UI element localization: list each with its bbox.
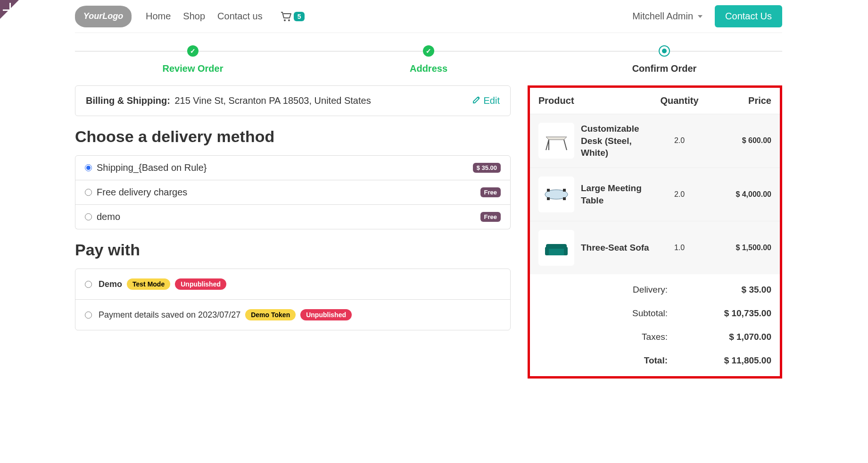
demo-token-badge: Demo Token [245,309,296,320]
total-subtotal: Subtotal: $ 10,735.00 [538,302,771,325]
col-price: Price [705,95,771,106]
site-logo-text: YourLogo [83,11,123,21]
main-nav: YourLogo Home Shop Contact us 5 Mitchell… [75,0,782,33]
summary-header-row: Product Quantity Price [530,88,780,114]
chevron-down-icon [698,15,703,18]
price-chip: Free [480,212,501,222]
pay-with-heading: Pay with [75,241,511,259]
payment-option-demo[interactable]: Demo Test Mode Unpublished [75,269,510,299]
cart-button[interactable]: 5 [281,11,305,22]
cart-count-badge: 5 [294,12,305,21]
delivery-radio[interactable] [85,189,92,196]
product-thumb-sofa [538,230,574,266]
edit-address-button[interactable]: Edit [472,95,500,106]
unpublished-badge: Unpublished [300,309,352,320]
product-thumb-desk [538,123,574,159]
test-mode-badge: Test Mode [127,278,170,290]
delivery-option-demo[interactable]: demo Free [75,205,511,229]
svg-rect-10 [564,247,568,255]
total-grand: Total: $ 11,805.00 [538,349,771,372]
product-thumb-table [538,177,574,212]
nav-item-contact[interactable]: Contact us [217,11,263,22]
payment-radio[interactable] [85,311,92,319]
total-taxes: Taxes: $ 1,070.00 [538,325,771,349]
pencil-icon [472,95,481,106]
payment-option-list: Demo Test Mode Unpublished Payment detai… [75,269,511,330]
summary-line-item: Large Meeting Table 2.0 $ 4,000.00 [530,168,780,221]
price-chip: Free [480,187,501,197]
contact-us-button[interactable]: Contact Us [715,5,782,27]
site-logo[interactable]: YourLogo [75,6,132,27]
billing-shipping-label: Billing & Shipping: [86,95,170,106]
user-name: Mitchell Admin [632,11,693,22]
editor-ribbon[interactable] [0,0,19,19]
col-quantity: Quantity [653,95,705,106]
unpublished-badge: Unpublished [175,278,226,290]
step-review-order[interactable]: ✓ Review Order [75,45,311,74]
check-icon: ✓ [423,45,434,57]
delivery-option-rule[interactable]: Shipping_{Based on Rule} $ 35.00 [75,155,511,180]
svg-point-1 [288,19,290,21]
svg-rect-6 [563,197,566,200]
cart-icon [281,11,292,22]
delivery-radio[interactable] [85,164,92,171]
svg-point-0 [284,19,286,21]
step-address[interactable]: ✓ Address [311,45,546,74]
price-chip: $ 35.00 [473,163,501,173]
svg-rect-9 [545,247,549,255]
user-menu[interactable]: Mitchell Admin [632,11,703,22]
total-delivery: Delivery: $ 35.00 [538,278,771,302]
payment-option-saved[interactable]: Payment details saved on 2023/07/27 Demo… [75,299,510,330]
checkout-stepper: ✓ Review Order ✓ Address Confirm Order [75,45,782,74]
summary-line-item: Customizable Desk (Steel, White) 2.0 $ 6… [530,114,780,168]
delivery-option-list: Shipping_{Based on Rule} $ 35.00 Free de… [75,155,511,229]
nav-item-shop[interactable]: Shop [183,11,205,22]
svg-rect-4 [563,189,566,192]
delivery-radio[interactable] [85,213,92,220]
svg-rect-8 [546,249,567,255]
payment-radio[interactable] [85,281,92,288]
delivery-method-heading: Choose a delivery method [75,127,511,146]
svg-rect-5 [547,197,550,200]
step-confirm-order[interactable]: Confirm Order [546,45,782,74]
svg-rect-3 [547,189,550,192]
summary-line-item: Three-Seat Sofa 1.0 $ 1,500.00 [530,221,780,274]
summary-totals: Delivery: $ 35.00 Subtotal: $ 10,735.00 … [530,274,780,376]
nav-item-home[interactable]: Home [146,11,171,22]
page-viewport[interactable]: YourLogo Home Shop Contact us 5 Mitchell… [0,0,868,463]
check-icon: ✓ [187,45,198,57]
delivery-option-free[interactable]: Free delivery charges Free [75,180,511,205]
billing-shipping-card: Billing & Shipping: 215 Vine St, Scranto… [75,85,511,116]
billing-shipping-value: 215 Vine St, Scranton PA 18503, United S… [174,95,371,106]
col-product: Product [538,95,653,106]
order-summary-panel: Product Quantity Price Customizable Desk… [528,85,782,379]
dot-icon [659,45,670,57]
